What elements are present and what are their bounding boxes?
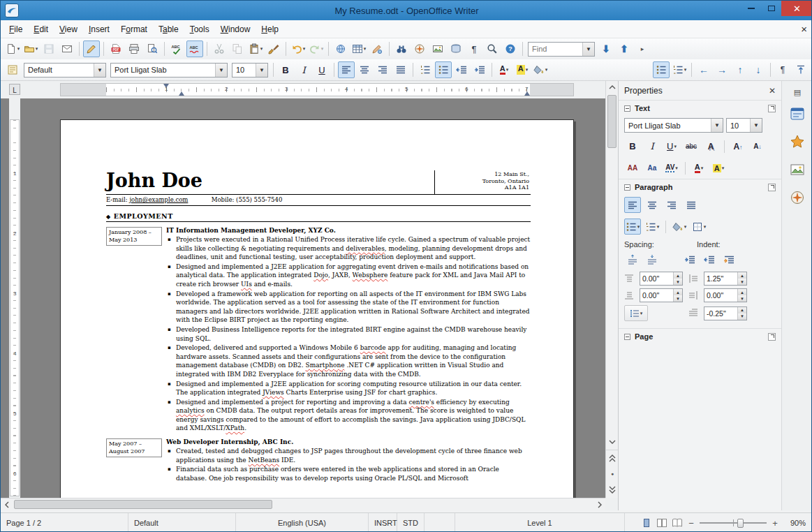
draw-functions-button[interactable] [369, 40, 385, 57]
copy-button[interactable] [229, 40, 246, 57]
find-replace-button[interactable] [393, 40, 410, 57]
save-button[interactable] [40, 40, 57, 57]
move-up-button[interactable]: ↑ [732, 61, 748, 78]
sidebar-numbering-button[interactable] [644, 219, 660, 235]
find-dropdown-arrow[interactable]: ▼ [582, 43, 594, 56]
horizontal-ruler[interactable]: L 1234567 [1, 81, 618, 98]
minimize-button[interactable] [741, 1, 761, 16]
background-color-button[interactable] [532, 61, 549, 78]
spelling-button[interactable]: ABC [168, 40, 185, 57]
sidebar-bold-button[interactable]: B [624, 138, 641, 154]
increase-indent-button[interactable] [471, 61, 488, 78]
menu-item-file[interactable]: File [3, 22, 28, 37]
scroll-left-button[interactable] [1, 498, 13, 510]
promote-level-button[interactable]: ← [695, 61, 712, 78]
sidebar-font-color-button[interactable]: A [691, 160, 707, 176]
sidebar-close-button[interactable]: ✕ [769, 86, 776, 96]
align-center-button[interactable] [356, 61, 373, 78]
move-down-button[interactable]: ↓ [750, 61, 767, 78]
align-right-button[interactable] [374, 61, 391, 78]
before-indent-field[interactable]: 1.25" ▲▼ [704, 272, 747, 286]
demote-level-button[interactable]: → [714, 61, 730, 78]
open-button[interactable] [22, 40, 39, 57]
menu-item-view[interactable]: View [54, 22, 83, 37]
restart-numbering-button[interactable] [792, 61, 809, 78]
font-name-arrow[interactable]: ▼ [215, 64, 227, 77]
help-button[interactable]: ? [502, 40, 519, 57]
sidebar-increase-indent-button[interactable] [681, 251, 698, 267]
underline-button[interactable]: U [313, 61, 330, 78]
below-spacing-field[interactable]: 0.00" ▲▼ [640, 288, 683, 302]
sidebar-underline-button[interactable]: U [663, 138, 680, 154]
navigate-by-button[interactable]: ● [606, 466, 619, 482]
italic-button[interactable]: I [295, 61, 312, 78]
shrink-font-button[interactable]: A↓ [749, 138, 766, 154]
first-line-indent-spinner[interactable]: ▲▼ [737, 307, 746, 320]
cut-button[interactable] [211, 40, 228, 57]
first-line-indent-field[interactable]: -0.25" ▲▼ [704, 306, 747, 320]
numbering-button[interactable] [417, 61, 434, 78]
font-size-combobox[interactable]: 10 ▼ [232, 63, 268, 77]
line-spacing-button[interactable] [624, 305, 648, 321]
toolbar-options-button[interactable]: ▸ [634, 40, 651, 57]
insert-table-button[interactable] [350, 40, 367, 57]
hyperlink-button[interactable] [332, 40, 349, 57]
deck-properties-button[interactable] [785, 102, 809, 126]
sidebar-font-size-combobox[interactable]: 10 ▼ [726, 118, 762, 133]
sidebar-align-center-button[interactable] [644, 197, 660, 213]
email-link[interactable]: john@example.com [129, 196, 188, 203]
align-justify-button[interactable] [392, 61, 409, 78]
horizontal-scrollbar[interactable] [1, 498, 605, 510]
sidebar-shadow-button[interactable]: A [702, 138, 719, 154]
next-page-button[interactable] [606, 482, 619, 498]
multi-page-view-icon[interactable] [656, 518, 667, 528]
status-language[interactable]: English (USA) [236, 513, 369, 532]
menu-item-format[interactable]: Format [115, 22, 153, 37]
uppercase-button[interactable]: AA [624, 160, 641, 176]
close-document-button[interactable]: × [801, 23, 807, 35]
deck-styles-button[interactable] [785, 130, 809, 154]
undo-button[interactable] [290, 40, 307, 57]
list-bullets-toggle-button[interactable] [653, 61, 670, 78]
menu-item-insert[interactable]: Insert [83, 22, 115, 37]
status-selection-mode[interactable]: STD [397, 513, 425, 532]
paste-button[interactable] [247, 40, 264, 57]
scroll-right-button[interactable] [593, 498, 605, 510]
text-section-header[interactable]: Text [619, 100, 781, 115]
status-insert-mode[interactable]: INSRT [369, 513, 397, 532]
print-button[interactable] [126, 40, 142, 57]
after-indent-spinner[interactable]: ▲▼ [737, 289, 746, 302]
lowercase-button[interactable]: Aa [644, 160, 660, 176]
paragraph-section-more-icon[interactable] [768, 184, 776, 191]
document-page[interactable]: John Doe 12 Main St., Toronto, Ontario A… [60, 119, 574, 498]
decrease-indent-button[interactable] [453, 61, 470, 78]
text-section-more-icon[interactable] [768, 105, 776, 112]
sidebar-font-size-arrow[interactable]: ▼ [750, 119, 762, 132]
navigator-button[interactable] [411, 40, 428, 57]
page-preview-button[interactable] [144, 40, 161, 57]
after-indent-field[interactable]: 0.00" ▲▼ [704, 288, 747, 302]
deck-navigator-button[interactable] [785, 186, 809, 209]
zoom-in-button[interactable]: + [771, 518, 779, 529]
font-size-arrow[interactable]: ▼ [256, 64, 267, 77]
menu-item-window[interactable]: Window [215, 22, 256, 37]
zoom-slider-thumb[interactable] [737, 519, 744, 528]
no-number-entry-button[interactable]: ¶ [774, 61, 791, 78]
vertical-scroll-thumb[interactable] [607, 95, 617, 148]
paragraph-style-arrow[interactable]: ▼ [94, 64, 105, 77]
find-combobox[interactable]: Find ▼ [528, 42, 595, 57]
single-page-view-icon[interactable] [641, 518, 652, 528]
zoom-out-button[interactable]: − [687, 518, 695, 529]
zoom-slider[interactable] [700, 518, 767, 528]
align-left-button[interactable] [338, 61, 355, 78]
sidebar-menu-button[interactable]: ▤ [790, 87, 804, 98]
new-document-button[interactable] [4, 40, 21, 57]
sidebar-decrease-indent-button[interactable] [701, 251, 718, 267]
status-modified-flag[interactable] [425, 513, 455, 532]
sidebar-align-right-button[interactable] [663, 197, 680, 213]
below-spacing-spinner[interactable]: ▲▼ [673, 289, 682, 302]
sidebar-strikethrough-button[interactable]: abc [683, 138, 700, 154]
scroll-up-button[interactable] [606, 81, 619, 93]
export-pdf-button[interactable]: PDF [108, 40, 124, 57]
sidebar-align-left-button[interactable] [624, 197, 641, 213]
